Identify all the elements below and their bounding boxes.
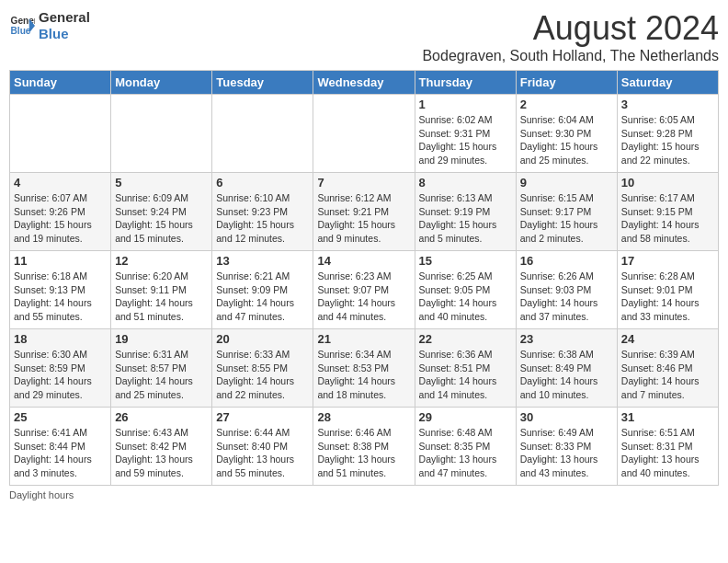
logo-icon: General Blue bbox=[9, 13, 35, 39]
day-number: 3 bbox=[621, 98, 714, 111]
calendar-cell: 15Sunrise: 6:25 AMSunset: 9:05 PMDayligh… bbox=[415, 251, 516, 329]
footer-note: Daylight hours bbox=[9, 489, 719, 500]
day-number: 7 bbox=[317, 176, 410, 190]
day-number: 18 bbox=[14, 332, 107, 346]
day-number: 10 bbox=[621, 176, 714, 190]
calendar-cell bbox=[111, 95, 212, 173]
calendar-cell: 18Sunrise: 6:30 AMSunset: 8:59 PMDayligh… bbox=[10, 329, 111, 408]
day-info: Sunrise: 6:25 AMSunset: 9:05 PMDaylight:… bbox=[419, 270, 512, 324]
calendar-cell: 29Sunrise: 6:48 AMSunset: 8:35 PMDayligh… bbox=[415, 408, 516, 486]
day-info: Sunrise: 6:12 AMSunset: 9:21 PMDaylight:… bbox=[317, 191, 410, 246]
day-info: Sunrise: 6:05 AMSunset: 9:28 PMDaylight:… bbox=[621, 113, 714, 167]
calendar-cell: 11Sunrise: 6:18 AMSunset: 9:13 PMDayligh… bbox=[10, 251, 111, 329]
calendar-cell bbox=[212, 95, 313, 173]
day-number: 31 bbox=[621, 410, 714, 424]
calendar-table: SundayMondayTuesdayWednesdayThursdayFrid… bbox=[9, 70, 719, 486]
calendar-cell: 27Sunrise: 6:44 AMSunset: 8:40 PMDayligh… bbox=[212, 408, 313, 486]
calendar-cell: 24Sunrise: 6:39 AMSunset: 8:46 PMDayligh… bbox=[617, 329, 718, 408]
calendar-cell: 4Sunrise: 6:07 AMSunset: 9:26 PMDaylight… bbox=[10, 173, 111, 251]
weekday-header-monday: Monday bbox=[111, 71, 212, 95]
day-number: 9 bbox=[520, 176, 613, 190]
day-info: Sunrise: 6:36 AMSunset: 8:51 PMDaylight:… bbox=[419, 348, 512, 402]
calendar-cell: 21Sunrise: 6:34 AMSunset: 8:53 PMDayligh… bbox=[313, 329, 415, 408]
calendar-cell: 5Sunrise: 6:09 AMSunset: 9:24 PMDaylight… bbox=[111, 173, 212, 251]
calendar-cell: 13Sunrise: 6:21 AMSunset: 9:09 PMDayligh… bbox=[212, 251, 313, 329]
day-info: Sunrise: 6:43 AMSunset: 8:42 PMDaylight:… bbox=[115, 426, 208, 480]
day-number: 20 bbox=[216, 332, 309, 346]
day-info: Sunrise: 6:09 AMSunset: 9:24 PMDaylight:… bbox=[115, 191, 208, 246]
day-info: Sunrise: 6:02 AMSunset: 9:31 PMDaylight:… bbox=[419, 113, 512, 167]
calendar-cell: 12Sunrise: 6:20 AMSunset: 9:11 PMDayligh… bbox=[111, 251, 212, 329]
calendar-cell: 31Sunrise: 6:51 AMSunset: 8:31 PMDayligh… bbox=[617, 408, 718, 486]
day-number: 23 bbox=[520, 332, 613, 346]
day-number: 15 bbox=[419, 254, 512, 268]
calendar-cell: 26Sunrise: 6:43 AMSunset: 8:42 PMDayligh… bbox=[111, 408, 212, 486]
calendar-cell: 19Sunrise: 6:31 AMSunset: 8:57 PMDayligh… bbox=[111, 329, 212, 408]
calendar-cell: 14Sunrise: 6:23 AMSunset: 9:07 PMDayligh… bbox=[313, 251, 415, 329]
month-title: August 2024 bbox=[422, 9, 719, 48]
day-number: 27 bbox=[216, 410, 309, 424]
day-info: Sunrise: 6:10 AMSunset: 9:23 PMDaylight:… bbox=[216, 191, 309, 246]
day-number: 24 bbox=[621, 332, 714, 346]
day-number: 17 bbox=[621, 254, 714, 268]
day-info: Sunrise: 6:30 AMSunset: 8:59 PMDaylight:… bbox=[14, 348, 107, 402]
calendar-week-row: 18Sunrise: 6:30 AMSunset: 8:59 PMDayligh… bbox=[10, 329, 719, 408]
weekday-header-thursday: Thursday bbox=[415, 71, 516, 95]
calendar-cell: 22Sunrise: 6:36 AMSunset: 8:51 PMDayligh… bbox=[415, 329, 516, 408]
day-number: 22 bbox=[419, 332, 512, 346]
weekday-header-tuesday: Tuesday bbox=[212, 71, 313, 95]
day-number: 29 bbox=[419, 410, 512, 424]
day-info: Sunrise: 6:48 AMSunset: 8:35 PMDaylight:… bbox=[419, 426, 512, 480]
day-number: 11 bbox=[14, 254, 107, 268]
day-number: 19 bbox=[115, 332, 208, 346]
calendar-cell bbox=[313, 95, 415, 173]
calendar-cell: 17Sunrise: 6:28 AMSunset: 9:01 PMDayligh… bbox=[617, 251, 718, 329]
day-number: 5 bbox=[115, 176, 208, 190]
weekday-header-sunday: Sunday bbox=[10, 71, 111, 95]
day-number: 26 bbox=[115, 410, 208, 424]
day-info: Sunrise: 6:51 AMSunset: 8:31 PMDaylight:… bbox=[621, 426, 714, 480]
day-info: Sunrise: 6:18 AMSunset: 9:13 PMDaylight:… bbox=[14, 270, 107, 324]
calendar-week-row: 25Sunrise: 6:41 AMSunset: 8:44 PMDayligh… bbox=[10, 408, 719, 486]
calendar-cell: 20Sunrise: 6:33 AMSunset: 8:55 PMDayligh… bbox=[212, 329, 313, 408]
calendar-cell: 2Sunrise: 6:04 AMSunset: 9:30 PMDaylight… bbox=[516, 95, 617, 173]
day-number: 12 bbox=[115, 254, 208, 268]
day-info: Sunrise: 6:31 AMSunset: 8:57 PMDaylight:… bbox=[115, 348, 208, 402]
weekday-header-saturday: Saturday bbox=[617, 71, 718, 95]
logo: General Blue General Blue bbox=[9, 9, 90, 42]
day-number: 4 bbox=[14, 176, 107, 190]
day-info: Sunrise: 6:07 AMSunset: 9:26 PMDaylight:… bbox=[14, 191, 107, 246]
calendar-week-row: 11Sunrise: 6:18 AMSunset: 9:13 PMDayligh… bbox=[10, 251, 719, 329]
day-info: Sunrise: 6:34 AMSunset: 8:53 PMDaylight:… bbox=[317, 348, 410, 402]
day-info: Sunrise: 6:38 AMSunset: 8:49 PMDaylight:… bbox=[520, 348, 613, 402]
svg-text:Blue: Blue bbox=[11, 26, 31, 36]
page-header: General Blue General Blue August 2024 Bo… bbox=[9, 9, 719, 64]
day-number: 21 bbox=[317, 332, 410, 346]
day-info: Sunrise: 6:46 AMSunset: 8:38 PMDaylight:… bbox=[317, 426, 410, 480]
calendar-cell: 6Sunrise: 6:10 AMSunset: 9:23 PMDaylight… bbox=[212, 173, 313, 251]
day-info: Sunrise: 6:15 AMSunset: 9:17 PMDaylight:… bbox=[520, 191, 613, 246]
calendar-cell: 10Sunrise: 6:17 AMSunset: 9:15 PMDayligh… bbox=[617, 173, 718, 251]
day-info: Sunrise: 6:20 AMSunset: 9:11 PMDaylight:… bbox=[115, 270, 208, 324]
calendar-cell: 16Sunrise: 6:26 AMSunset: 9:03 PMDayligh… bbox=[516, 251, 617, 329]
day-info: Sunrise: 6:44 AMSunset: 8:40 PMDaylight:… bbox=[216, 426, 309, 480]
weekday-header-friday: Friday bbox=[516, 71, 617, 95]
calendar-week-row: 4Sunrise: 6:07 AMSunset: 9:26 PMDaylight… bbox=[10, 173, 719, 251]
logo-text-general: General bbox=[39, 9, 90, 26]
logo-text-blue: Blue bbox=[39, 26, 90, 42]
weekday-header-row: SundayMondayTuesdayWednesdayThursdayFrid… bbox=[10, 71, 719, 95]
day-number: 16 bbox=[520, 254, 613, 268]
weekday-header-wednesday: Wednesday bbox=[313, 71, 415, 95]
day-info: Sunrise: 6:13 AMSunset: 9:19 PMDaylight:… bbox=[419, 191, 512, 246]
day-number: 14 bbox=[317, 254, 410, 268]
day-info: Sunrise: 6:26 AMSunset: 9:03 PMDaylight:… bbox=[520, 270, 613, 324]
location-subtitle: Bodegraven, South Holland, The Netherlan… bbox=[422, 48, 719, 64]
calendar-cell: 30Sunrise: 6:49 AMSunset: 8:33 PMDayligh… bbox=[516, 408, 617, 486]
calendar-cell: 23Sunrise: 6:38 AMSunset: 8:49 PMDayligh… bbox=[516, 329, 617, 408]
day-number: 2 bbox=[520, 98, 613, 111]
calendar-cell: 25Sunrise: 6:41 AMSunset: 8:44 PMDayligh… bbox=[10, 408, 111, 486]
day-number: 6 bbox=[216, 176, 309, 190]
day-number: 8 bbox=[419, 176, 512, 190]
day-number: 1 bbox=[419, 98, 512, 111]
day-number: 30 bbox=[520, 410, 613, 424]
